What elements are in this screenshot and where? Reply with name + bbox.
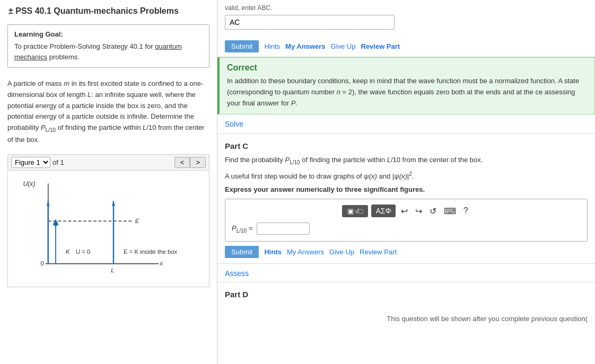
left-panel: ± PSS 40.1 Quantum-mechanics Problems Le…: [0, 0, 217, 364]
figure-area: U(x) 0 x L E K U = 0: [7, 171, 209, 287]
correct-text: In addition to these boundary conditions…: [227, 76, 587, 109]
answer-row: PL/10 =: [232, 223, 581, 235]
keyboard-button[interactable]: ⌨: [442, 205, 458, 217]
redo-button[interactable]: ↪: [413, 205, 424, 217]
part-c-text1: Find the probability PL/10 of finding th…: [225, 155, 588, 167]
part-c-answer-input[interactable]: [257, 223, 310, 235]
hint-text: valid, enter ABC.: [225, 4, 588, 12]
part-c-give-up-link[interactable]: Give Up: [329, 248, 354, 256]
problem-title: ± PSS 40.1 Quantum-mechanics Problems: [0, 0, 217, 20]
svg-marker-18: [112, 201, 115, 206]
svg-marker-16: [47, 201, 50, 206]
learning-goal-text: To practice Problem-Solving Strategy 40.…: [14, 41, 203, 62]
svg-text:x: x: [159, 260, 163, 266]
quantum-mechanics-link[interactable]: quantum mechanics: [14, 42, 182, 61]
part-c-title: Part C: [225, 141, 588, 150]
learning-goal-heading: Learning Goal:: [14, 30, 203, 38]
svg-text:K: K: [66, 248, 70, 254]
part-d-message: This question will be shown after you co…: [225, 315, 588, 323]
figure-svg: U(x) 0 x L E K U = 0: [13, 176, 204, 281]
correct-banner: Correct In addition to these boundary co…: [217, 57, 595, 114]
part-c-submit-button[interactable]: Submit: [225, 246, 259, 258]
matrix-icon: ▣: [347, 207, 354, 215]
math-toolbar: ▣ √□ ΑΣΦ ↩ ↪ ↺ ⌨ ?: [232, 205, 581, 217]
top-my-answers-link[interactable]: My Answers: [285, 42, 325, 50]
part-d-section: Part D This question will be shown after…: [217, 282, 595, 328]
svg-marker-20: [54, 221, 57, 226]
svg-text:E: E: [135, 218, 139, 224]
top-input-area: valid, enter ABC.: [217, 0, 595, 36]
solve-link[interactable]: Solve: [217, 114, 595, 134]
top-action-bar: Submit Hints My Answers Give Up Review P…: [217, 36, 595, 57]
correct-title: Correct: [227, 63, 587, 73]
assess-link[interactable]: Assess: [217, 264, 595, 282]
figure-of-label: of 1: [52, 158, 64, 166]
part-d-title: Part D: [225, 290, 588, 299]
answer-box: ▣ √□ ΑΣΦ ↩ ↪ ↺ ⌨ ? PL/10 =: [225, 199, 588, 242]
part-c-hints-link[interactable]: Hints: [264, 248, 282, 256]
svg-text:E = K inside the box: E = K inside the box: [124, 248, 178, 254]
part-c-section: Part C Find the probability PL/10 of fin…: [217, 134, 595, 264]
figure-next-button[interactable]: >: [190, 157, 206, 168]
answer-label: PL/10 =: [232, 224, 252, 234]
sqrt-icon: √□: [355, 207, 363, 215]
top-answer-input[interactable]: [225, 15, 395, 30]
learning-goal-box: Learning Goal: To practice Problem-Solvi…: [7, 24, 209, 68]
right-panel: valid, enter ABC. Submit Hints My Answer…: [217, 0, 595, 364]
undo-button[interactable]: ↩: [399, 205, 410, 217]
symbol-button[interactable]: ΑΣΦ: [371, 205, 395, 217]
part-c-my-answers-link[interactable]: My Answers: [287, 248, 324, 256]
svg-text:U(x): U(x): [23, 180, 35, 188]
refresh-button[interactable]: ↺: [427, 205, 439, 217]
help-button[interactable]: ?: [461, 205, 470, 217]
problem-description: A particle of mass m in its first excite…: [0, 74, 217, 152]
part-c-action-bar: Submit Hints My Answers Give Up Review P…: [225, 246, 588, 258]
top-give-up-link[interactable]: Give Up: [330, 42, 355, 50]
part-c-instruction: Express your answer numerically to three…: [225, 185, 588, 193]
svg-text:L: L: [111, 267, 114, 273]
matrix-button[interactable]: ▣ √□: [342, 205, 368, 217]
figure-select[interactable]: Figure 1: [11, 157, 50, 168]
figure-prev-button[interactable]: <: [174, 157, 190, 168]
figure-controls: Figure 1 of 1 < >: [7, 154, 209, 171]
top-submit-button[interactable]: Submit: [225, 40, 259, 52]
top-review-part-link[interactable]: Review Part: [361, 42, 400, 50]
part-c-review-part-link[interactable]: Review Part: [360, 248, 397, 256]
svg-text:U = 0: U = 0: [76, 248, 90, 254]
top-hints-link[interactable]: Hints: [264, 42, 280, 50]
part-c-text2: A useful first step would be to draw gra…: [225, 170, 588, 182]
svg-text:0: 0: [41, 260, 44, 266]
